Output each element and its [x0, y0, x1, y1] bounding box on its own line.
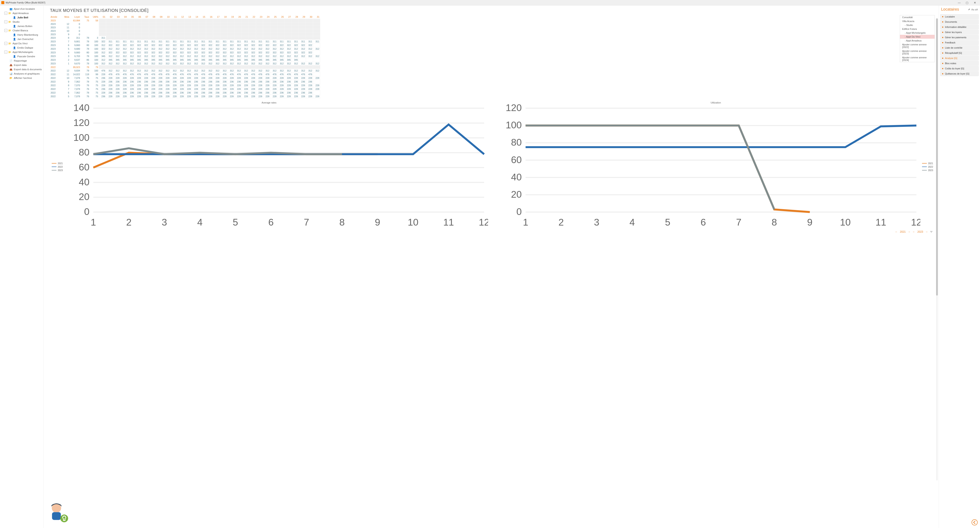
person-jan-overschot[interactable]: 👤Jan Overschot: [0, 37, 43, 41]
action-report[interactable]: 📄Rapportage: [0, 59, 43, 63]
toggle-icon[interactable]: −: [4, 20, 7, 23]
scrollbar[interactable]: [936, 18, 938, 480]
table-cell: [127, 22, 135, 26]
col-header[interactable]: 10: [163, 15, 170, 19]
toggle-icon[interactable]: −: [4, 42, 7, 45]
year-left-prev[interactable]: ←: [895, 230, 898, 233]
col-header[interactable]: 07: [142, 15, 149, 19]
right-nav-item[interactable]: Analyse [G]: [940, 56, 979, 60]
col-header[interactable]: 25: [270, 15, 277, 19]
folder-amadeus[interactable]: −📁Appt Amadeus: [0, 11, 43, 15]
toggle-icon[interactable]: −: [4, 12, 7, 15]
col-header[interactable]: 13: [185, 15, 192, 19]
table-cell: 311: [220, 40, 227, 43]
table-cell: [256, 26, 263, 29]
right-nav-item[interactable]: Information détaillée: [940, 25, 979, 29]
col-header[interactable]: 31: [313, 15, 320, 19]
scrollbar-thumb[interactable]: [936, 18, 938, 295]
col-header[interactable]: 16: [206, 15, 213, 19]
maximize-button[interactable]: ▢: [963, 1, 971, 4]
col-header[interactable]: 26: [277, 15, 284, 19]
col-header[interactable]: Loyer: [70, 15, 81, 19]
table-cell: [149, 65, 156, 69]
close-button[interactable]: ✕: [971, 1, 979, 4]
toggle-icon[interactable]: −: [4, 51, 7, 54]
folder-studio[interactable]: −📁Studio: [0, 20, 43, 24]
pin-icon[interactable]: ⬈: [968, 8, 970, 11]
col-header[interactable]: 14: [192, 15, 199, 19]
right-nav-item[interactable]: Bloc-notes: [940, 61, 979, 66]
dropdown-item[interactable]: Consolidé: [900, 15, 935, 19]
col-header[interactable]: Année: [50, 15, 61, 19]
right-nav-item[interactable]: Coûts du loyer [G]: [940, 66, 979, 71]
dropdown-item[interactable]: Villa Acacia: [900, 19, 935, 23]
col-header[interactable]: 08: [149, 15, 156, 19]
back-arrow-icon[interactable]: [971, 519, 978, 526]
right-nav-item[interactable]: Locataire: [940, 14, 979, 19]
col-header[interactable]: 19: [227, 15, 234, 19]
person-pascale-gendre[interactable]: 👤Pascale Gendre: [0, 54, 43, 59]
col-header[interactable]: 20: [234, 15, 242, 19]
col-header[interactable]: 22: [249, 15, 256, 19]
col-header[interactable]: Taux: [81, 15, 90, 19]
col-header[interactable]: 02: [106, 15, 113, 19]
col-header[interactable]: 05: [127, 15, 135, 19]
col-header[interactable]: 23: [256, 15, 263, 19]
year-right-prev[interactable]: ←: [913, 230, 915, 233]
toggle-icon[interactable]: −: [4, 29, 7, 32]
right-nav-item[interactable]: Quittances de loyer [G]: [940, 71, 979, 76]
minimize-button[interactable]: —: [955, 1, 963, 4]
dropdown-item[interactable]: - Appt Da Vinci: [900, 35, 935, 39]
col-header[interactable]: 17: [213, 15, 220, 19]
col-header[interactable]: 06: [135, 15, 142, 19]
folder-michelangelo[interactable]: −📁Appt Michelangelo: [0, 50, 43, 54]
dropdown-item[interactable]: - Appt Amadeus: [900, 39, 935, 43]
col-header[interactable]: 28: [291, 15, 299, 19]
filter-icon[interactable]: 🝖: [930, 230, 933, 233]
right-nav-item[interactable]: Gérer les paiements: [940, 35, 979, 40]
dropdown-item[interactable]: Ajouter comme annexe [2023]: [900, 49, 935, 55]
year-left-next[interactable]: →: [908, 230, 910, 233]
font-size-toggle[interactable]: Aa aA: [971, 8, 978, 11]
col-header[interactable]: 03: [113, 15, 120, 19]
right-nav-item[interactable]: Gérer les loyers: [940, 30, 979, 35]
right-nav-item[interactable]: Récapitulatif [G]: [940, 51, 979, 55]
col-header[interactable]: 11: [170, 15, 177, 19]
col-header[interactable]: 24: [263, 15, 270, 19]
dropdown-item[interactable]: Edifice Futura: [900, 27, 935, 31]
col-header[interactable]: 29: [299, 15, 306, 19]
col-header[interactable]: 18: [220, 15, 227, 19]
add-tenant[interactable]: 👥Ajout d'un locataire: [0, 7, 43, 11]
col-header[interactable]: 09: [156, 15, 163, 19]
entity-dropdown[interactable]: ConsolidéVilla Acacia- StudioEdifice Fut…: [900, 15, 935, 62]
col-header[interactable]: 04: [120, 15, 127, 19]
col-header[interactable]: Util%: [90, 15, 99, 19]
col-header[interactable]: 01: [99, 15, 106, 19]
col-header[interactable]: Mois: [61, 15, 70, 19]
col-header[interactable]: 27: [284, 15, 291, 19]
folder-bianca[interactable]: −📁Chalet Bianca: [0, 28, 43, 33]
person-harry-blankenburg[interactable]: 👤Harry Blankenburg: [0, 33, 43, 37]
action-analyses[interactable]: 📊Analyses et graphiques: [0, 71, 43, 76]
right-nav-item[interactable]: Liste de contrôle: [940, 45, 979, 50]
col-header[interactable]: 12: [177, 15, 185, 19]
action-export[interactable]: 📤Export data: [0, 63, 43, 67]
year-right-next[interactable]: →: [925, 230, 928, 233]
table-cell: 236: [206, 80, 213, 84]
person-julie-bell[interactable]: 👤Julie Bell: [0, 15, 43, 20]
dropdown-item[interactable]: - Appt Michelangelo: [900, 31, 935, 35]
col-header[interactable]: 21: [242, 15, 249, 19]
action-export-docs[interactable]: 📤Export data & documents: [0, 67, 43, 71]
col-header[interactable]: 15: [199, 15, 206, 19]
dropdown-item[interactable]: Ajouter comme annexe [2024]: [900, 55, 935, 62]
folder-davinci[interactable]: −📁Appt Da Vinci: [0, 41, 43, 46]
person-emilio-dallape[interactable]: 👤Emilio Dallape: [0, 46, 43, 50]
person-james-bolten[interactable]: 👤James Bolten: [0, 24, 43, 28]
dropdown-item[interactable]: - Studio: [900, 23, 935, 27]
action-archive[interactable]: 📂Afficher l'archive: [0, 76, 43, 80]
col-header[interactable]: 30: [306, 15, 313, 19]
right-nav-item[interactable]: Documents: [940, 19, 979, 24]
table-cell: 236: [249, 80, 256, 84]
dropdown-item[interactable]: Ajouter comme annexe [2022]: [900, 43, 935, 49]
right-nav-item[interactable]: Feedback: [940, 40, 979, 45]
